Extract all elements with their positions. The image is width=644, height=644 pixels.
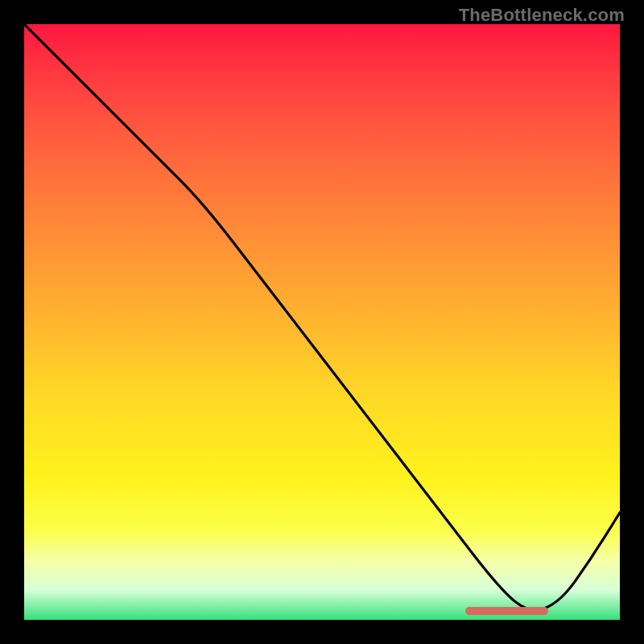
bottleneck-curve: [24, 24, 620, 620]
optimal-range-marker: [465, 607, 549, 615]
watermark-label: TheBottleneck.com: [459, 5, 625, 26]
chart-plot-area: [24, 24, 620, 620]
